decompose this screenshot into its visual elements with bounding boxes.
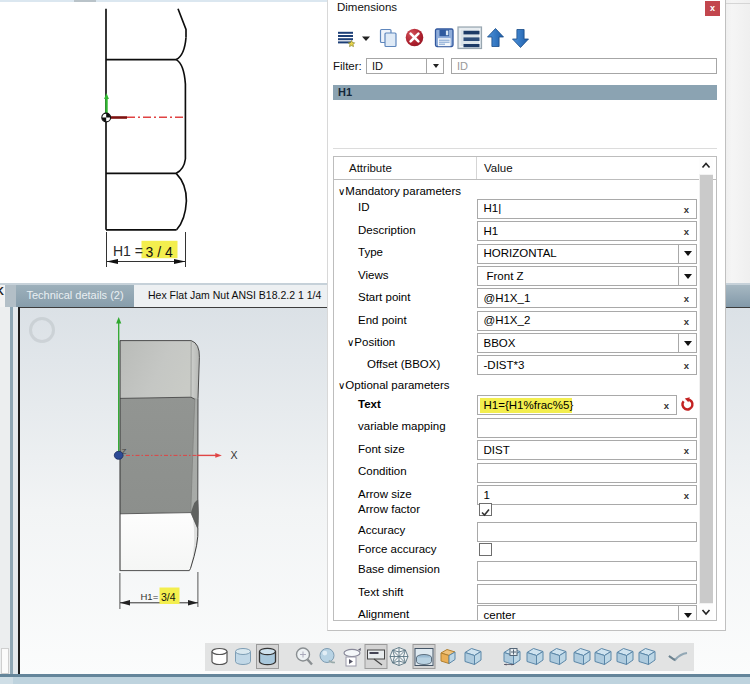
svg-text:H1 =: H1 = — [113, 243, 143, 259]
svg-text:X: X — [231, 449, 238, 461]
svg-text:3 / 4: 3 / 4 — [146, 244, 173, 260]
svg-text:H1=: H1= — [141, 591, 159, 602]
svg-text:3/4: 3/4 — [161, 591, 176, 603]
